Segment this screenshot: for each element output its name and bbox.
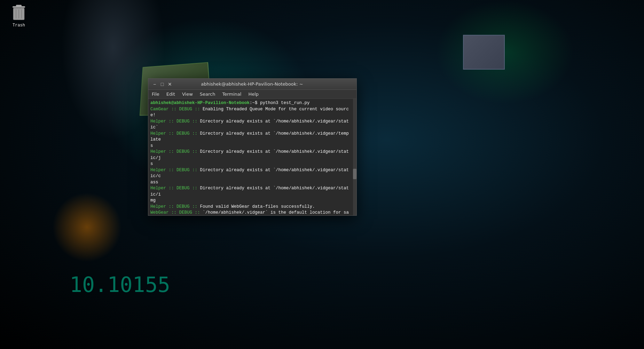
- pcb-text-1: 10.10155: [70, 272, 170, 297]
- terminal-window: − □ ✕ abhishek@abhishek-HP-Pavilion-Note…: [148, 78, 357, 216]
- trash-icon-label: Trash: [13, 23, 25, 28]
- terminal-scrollbar[interactable]: [353, 99, 356, 215]
- pcb-chip-2: [463, 35, 505, 70]
- terminal-line: Helper :: DEBUG :: Directory already exi…: [150, 131, 351, 143]
- terminal-line: Helper :: DEBUG :: Directory already exi…: [150, 167, 351, 180]
- minimize-button[interactable]: −: [151, 81, 158, 88]
- close-button[interactable]: ✕: [166, 81, 173, 88]
- terminal-line: Helper :: DEBUG :: Found valid WebGear d…: [150, 204, 351, 210]
- terminal-line: ass: [150, 180, 351, 186]
- trash-icon-image: [10, 3, 27, 22]
- terminal-line: Helper :: DEBUG :: Directory already exi…: [150, 185, 351, 198]
- terminal-line: Helper :: DEBUG :: Directory already exi…: [150, 119, 351, 131]
- terminal-line: Helper :: DEBUG :: Directory already exi…: [150, 149, 351, 161]
- title-bar: − □ ✕ abhishek@abhishek-HP-Pavilion-Note…: [148, 79, 356, 90]
- menu-search[interactable]: Search: [196, 90, 219, 98]
- window-controls: − □ ✕: [151, 81, 173, 88]
- maximize-button[interactable]: □: [159, 81, 166, 88]
- menu-help[interactable]: Help: [245, 90, 262, 98]
- menu-bar: File Edit View Search Terminal Help: [148, 90, 356, 99]
- bg-glow-green: [435, 0, 574, 104]
- terminal-line: s: [150, 161, 351, 167]
- terminal-line: abhishek@abhishek-HP-Pavilion-Notebook:~…: [150, 100, 351, 106]
- svg-rect-1: [16, 5, 22, 7]
- trash-desktop-icon[interactable]: Trash: [10, 3, 27, 28]
- terminal-output[interactable]: abhishek@abhishek-HP-Pavilion-Notebook:~…: [148, 99, 353, 215]
- bg-glow-orange: [52, 192, 122, 262]
- menu-terminal[interactable]: Terminal: [219, 90, 245, 98]
- terminal-line: mg: [150, 198, 351, 204]
- menu-view[interactable]: View: [179, 90, 196, 98]
- terminal-line: CamGear :: DEBUG :: Enabling Threaded Qu…: [150, 106, 351, 119]
- scrollbar-thumb: [353, 169, 356, 179]
- menu-edit[interactable]: Edit: [163, 90, 179, 98]
- terminal-line: s: [150, 143, 351, 149]
- window-title: abhishek@abhishek-HP-Pavilion-Notebook: …: [173, 81, 331, 87]
- menu-file[interactable]: File: [148, 90, 163, 98]
- terminal-line: WebGear :: DEBUG :: `/home/abhishek/.vid…: [150, 210, 351, 215]
